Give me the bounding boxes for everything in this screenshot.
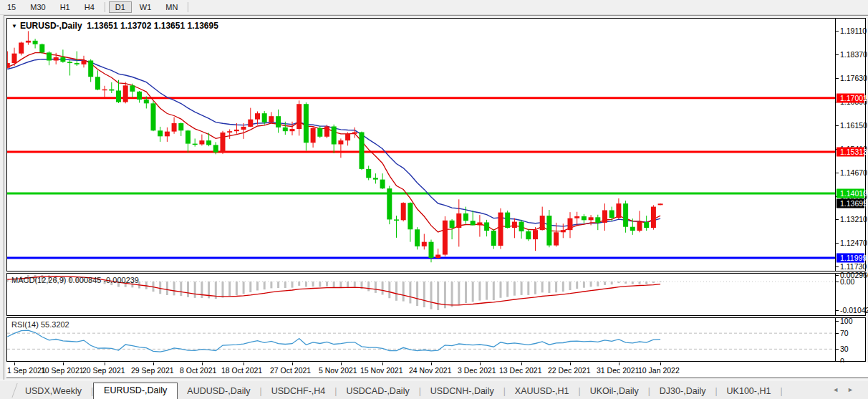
- chart-window: ▼EURUSD-,Daily 1.13651 1.13702 1.13651 1…: [4, 15, 868, 380]
- date-tick-label: 15 Nov 2021: [360, 366, 403, 375]
- date-tick-mark: [480, 362, 481, 365]
- date-tick-label: 8 Oct 2021: [180, 366, 216, 375]
- price-tick-mark: [836, 31, 839, 32]
- rsi-tick-mark: [836, 321, 839, 322]
- date-tick-label: 22 Dec 2021: [548, 366, 591, 375]
- price-tick-mark: [836, 243, 839, 244]
- rsi-tick-label: 100: [840, 317, 853, 325]
- date-tick-mark: [521, 362, 522, 365]
- price-tick-label: 1.18370: [840, 50, 867, 59]
- date-tick-mark: [431, 362, 432, 365]
- chart-tab-uk100-h1[interactable]: UK100-,H1: [718, 384, 781, 399]
- price-tick-mark: [836, 173, 839, 173]
- quote-close: 1.13695: [187, 21, 218, 31]
- date-tick-label: 27 Oct 2021: [270, 366, 311, 375]
- date-tick-mark: [382, 362, 383, 365]
- date-tick-mark: [292, 362, 293, 365]
- date-tick-label: 3 Dec 2021: [458, 366, 496, 375]
- date-tick-label: 1 Sep 2021: [7, 366, 46, 375]
- date-tick-mark: [202, 362, 203, 365]
- price-tick-mark: [836, 266, 839, 267]
- toolbar-separator: [188, 2, 188, 12]
- price-tick-label: 1.19110: [840, 27, 867, 35]
- rsi-chart: [7, 318, 836, 361]
- timeframe-button-h1[interactable]: H1: [54, 1, 77, 13]
- timeframe-toolbar: 15M30H1H4D1W1MN: [0, 0, 868, 15]
- price-tick-label: 1.13210: [840, 215, 867, 223]
- timeframe-button-m30[interactable]: M30: [24, 1, 52, 13]
- chart-tab-usdcnh-daily[interactable]: USDCNH-,Daily: [421, 384, 503, 399]
- macd-main-value: 0.000845: [68, 276, 101, 284]
- quote-open: 1.13651: [87, 21, 117, 31]
- timeframe-button-15[interactable]: 15: [1, 1, 22, 13]
- price-tick-label: 1.12470: [840, 239, 867, 247]
- price-axis: 1.191101.183701.176301.168901.161501.154…: [835, 19, 865, 271]
- rsi-tick-mark: [836, 349, 839, 350]
- candlestick-chart: [7, 19, 836, 271]
- quote-low: 1.13651: [154, 21, 185, 31]
- macd-indicator-pane[interactable]: MACD(12,26,9) 0.000845 -0.000239 0.00296…: [6, 273, 866, 316]
- chart-tab-usdchf-h4[interactable]: USDCHF-,H4: [262, 384, 335, 399]
- timeframe-button-d1[interactable]: D1: [109, 1, 132, 13]
- date-axis: 1 Sep 202110 Sep 202120 Sep 202129 Sep 2…: [6, 362, 868, 378]
- date-tick-label: 31 Dec 2021: [597, 366, 640, 375]
- chart-tab-eurusd-daily[interactable]: EURUSD-,Daily: [93, 383, 178, 399]
- rsi-value: 55.3202: [41, 320, 69, 329]
- price-tick-label: 1.17630: [840, 74, 867, 82]
- price-tick-mark: [836, 78, 839, 79]
- date-tick-mark: [105, 362, 105, 365]
- price-tick-mark: [836, 219, 839, 220]
- chart-tab-ukoil-daily[interactable]: UKOil-,Daily: [581, 384, 648, 399]
- tab-separator: |: [780, 386, 782, 399]
- chart-symbol-label: EURUSD-,Daily: [20, 21, 82, 31]
- timeframe-button-mn[interactable]: MN: [159, 1, 184, 13]
- rsi-tick-label: 70: [840, 329, 849, 337]
- tabs-scroll-right-icon[interactable]: ►: [847, 386, 862, 393]
- chart-title[interactable]: ▼EURUSD-,Daily 1.13651 1.13702 1.13651 1…: [11, 21, 218, 31]
- level-price-badge: 1.11999: [836, 254, 864, 263]
- symbol-dropdown-icon[interactable]: ▼: [11, 23, 17, 29]
- date-tick-label: 5 Nov 2021: [319, 366, 357, 375]
- level-price-badge: 1.14016: [836, 189, 864, 198]
- rsi-indicator-pane[interactable]: RSI(14) 55.3202 10070300: [6, 317, 866, 362]
- date-tick-label: 29 Sep 2021: [131, 366, 174, 375]
- macd-label: MACD(12,26,9) 0.000845 -0.000239: [11, 276, 139, 284]
- timeframe-button-w1[interactable]: W1: [133, 1, 158, 13]
- macd-tick-label: -0.010422: [840, 306, 868, 314]
- price-tick-mark: [836, 54, 839, 55]
- macd-tick-mark: [836, 282, 839, 282]
- chart-tab-usdx-weekly[interactable]: USDX,Weekly: [16, 384, 91, 399]
- date-tick-mark: [619, 362, 619, 365]
- chart-tab-bar: USDX,Weekly|EURUSD-,DailyAUDUSD-,Daily|U…: [0, 380, 868, 399]
- tabs-scroll-left-icon[interactable]: ◄: [832, 386, 847, 393]
- chart-tab-audusd-daily[interactable]: AUDUSD-,Daily: [178, 384, 259, 399]
- timeframe-button-h4[interactable]: H4: [78, 1, 101, 13]
- macd-axis: 0.0029660.00-0.010422: [835, 274, 865, 315]
- chart-tab-dj30-daily[interactable]: DJ30-,Daily: [650, 384, 715, 399]
- date-tick-label: 18 Oct 2021: [221, 366, 262, 375]
- price-chart-pane[interactable]: ▼EURUSD-,Daily 1.13651 1.13702 1.13651 1…: [6, 18, 866, 271]
- toolbar-separator: [105, 2, 105, 12]
- date-tick-mark: [63, 362, 64, 365]
- macd-tick-label: 0.00: [840, 277, 854, 286]
- price-tick-mark: [836, 125, 839, 126]
- date-tick-mark: [153, 362, 154, 365]
- chart-tabs: USDX,Weekly|EURUSD-,DailyAUDUSD-,Daily|U…: [16, 383, 783, 399]
- macd-tick-mark: [836, 310, 839, 311]
- chart-tab-usdcad-daily[interactable]: USDCAD-,Daily: [337, 384, 418, 399]
- level-price-badge: 1.15313: [836, 148, 864, 157]
- date-tick-label: 10 Sep 2021: [41, 366, 84, 375]
- macd-signal-value: -0.000239: [103, 276, 139, 284]
- quote-high: 1.13702: [120, 21, 151, 31]
- price-tick-label: 1.16150: [840, 121, 867, 130]
- date-tick-mark: [660, 362, 661, 365]
- trading-platform-window: 15M30H1H4D1W1MN ▼EURUSD-,Daily 1.13651 1…: [0, 0, 868, 399]
- date-tick-mark: [341, 362, 342, 365]
- price-tick-label: 1.11730: [840, 262, 867, 271]
- price-tick-label: 1.14670: [840, 168, 867, 177]
- date-tick-mark: [14, 362, 15, 365]
- level-price-badge: 1.17001: [836, 94, 864, 103]
- chart-tab-xauusd-h1[interactable]: XAUUSD-,H1: [506, 384, 579, 399]
- rsi-tick-label: 30: [840, 345, 849, 353]
- date-tick-label: 10 Jan 2022: [638, 366, 680, 375]
